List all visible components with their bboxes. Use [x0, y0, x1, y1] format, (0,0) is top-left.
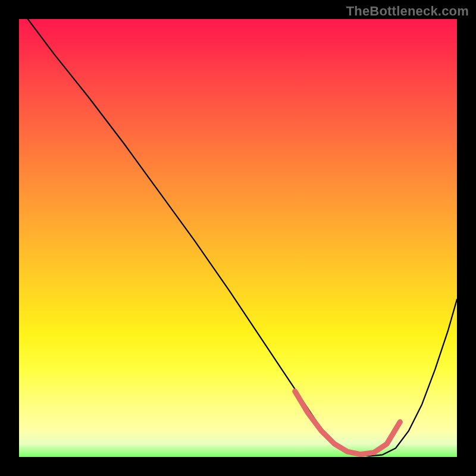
optimal-region-marker — [295, 392, 400, 455]
chart-container: TheBottleneck.com — [0, 0, 476, 476]
chart-plot-area — [19, 19, 457, 457]
watermark-text: TheBottleneck.com — [346, 4, 469, 19]
chart-marker-svg — [19, 19, 457, 457]
